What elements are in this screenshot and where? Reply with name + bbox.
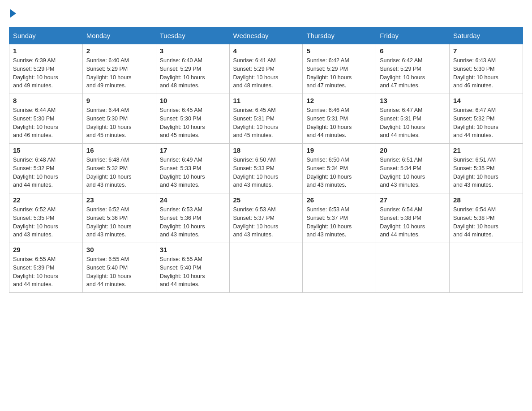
calendar-cell: 13 Sunrise: 6:47 AM Sunset: 5:31 PM Dayl… (376, 94, 450, 144)
day-info: Sunrise: 6:40 AM Sunset: 5:29 PM Dayligh… (160, 56, 226, 90)
day-number: 31 (160, 246, 226, 253)
calendar-cell (450, 243, 523, 293)
day-info: Sunrise: 6:48 AM Sunset: 5:32 PM Dayligh… (13, 156, 79, 189)
calendar-cell: 3 Sunrise: 6:40 AM Sunset: 5:29 PM Dayli… (156, 44, 229, 94)
day-info: Sunrise: 6:50 AM Sunset: 5:34 PM Dayligh… (306, 156, 372, 189)
day-number: 7 (453, 47, 519, 55)
col-header-saturday: Saturday (450, 27, 523, 44)
calendar-cell: 21 Sunrise: 6:51 AM Sunset: 5:35 PM Dayl… (450, 144, 523, 193)
day-info: Sunrise: 6:52 AM Sunset: 5:35 PM Dayligh… (13, 206, 79, 239)
calendar-cell: 4 Sunrise: 6:41 AM Sunset: 5:29 PM Dayli… (229, 44, 303, 94)
day-info: Sunrise: 6:44 AM Sunset: 5:30 PM Dayligh… (86, 106, 152, 140)
day-number: 11 (233, 97, 299, 104)
col-header-tuesday: Tuesday (156, 27, 229, 44)
day-number: 25 (233, 196, 299, 204)
day-number: 20 (380, 146, 446, 154)
calendar-cell: 22 Sunrise: 6:52 AM Sunset: 5:35 PM Dayl… (9, 193, 83, 243)
day-number: 9 (86, 97, 152, 104)
calendar-cell: 27 Sunrise: 6:54 AM Sunset: 5:38 PM Dayl… (376, 193, 450, 243)
day-info: Sunrise: 6:47 AM Sunset: 5:32 PM Dayligh… (453, 106, 519, 140)
calendar-week-row: 1 Sunrise: 6:39 AM Sunset: 5:29 PM Dayli… (9, 44, 523, 94)
day-info: Sunrise: 6:53 AM Sunset: 5:36 PM Dayligh… (160, 206, 226, 239)
calendar-cell: 6 Sunrise: 6:42 AM Sunset: 5:29 PM Dayli… (376, 44, 450, 94)
day-info: Sunrise: 6:52 AM Sunset: 5:36 PM Dayligh… (86, 206, 152, 239)
day-number: 17 (160, 146, 226, 154)
day-info: Sunrise: 6:41 AM Sunset: 5:29 PM Dayligh… (233, 56, 299, 90)
day-info: Sunrise: 6:55 AM Sunset: 5:40 PM Dayligh… (86, 255, 152, 289)
day-number: 24 (160, 196, 226, 204)
day-number: 19 (306, 146, 372, 154)
calendar-cell: 19 Sunrise: 6:50 AM Sunset: 5:34 PM Dayl… (303, 144, 376, 193)
day-number: 22 (13, 196, 79, 204)
day-info: Sunrise: 6:46 AM Sunset: 5:31 PM Dayligh… (306, 106, 372, 140)
calendar-cell: 1 Sunrise: 6:39 AM Sunset: 5:29 PM Dayli… (9, 44, 83, 94)
calendar-cell: 25 Sunrise: 6:53 AM Sunset: 5:37 PM Dayl… (229, 193, 303, 243)
calendar-cell (376, 243, 450, 293)
col-header-sunday: Sunday (9, 27, 83, 44)
calendar-week-row: 29 Sunrise: 6:55 AM Sunset: 5:39 PM Dayl… (9, 243, 523, 293)
day-number: 3 (160, 47, 226, 55)
col-header-wednesday: Wednesday (229, 27, 303, 44)
logo-arrow-icon (10, 9, 16, 18)
day-number: 1 (13, 47, 79, 55)
day-info: Sunrise: 6:54 AM Sunset: 5:38 PM Dayligh… (380, 206, 446, 239)
day-number: 27 (380, 196, 446, 204)
calendar-week-row: 22 Sunrise: 6:52 AM Sunset: 5:35 PM Dayl… (9, 193, 523, 243)
day-number: 18 (233, 146, 299, 154)
calendar-cell (303, 243, 376, 293)
calendar-cell: 20 Sunrise: 6:51 AM Sunset: 5:34 PM Dayl… (376, 144, 450, 193)
col-header-thursday: Thursday (303, 27, 376, 44)
calendar-cell: 17 Sunrise: 6:49 AM Sunset: 5:33 PM Dayl… (156, 144, 229, 193)
day-number: 21 (453, 146, 519, 154)
calendar-header-row: SundayMondayTuesdayWednesdayThursdayFrid… (9, 27, 523, 44)
day-number: 5 (306, 47, 372, 55)
day-info: Sunrise: 6:43 AM Sunset: 5:30 PM Dayligh… (453, 56, 519, 90)
calendar-cell: 31 Sunrise: 6:55 AM Sunset: 5:40 PM Dayl… (156, 243, 229, 293)
day-number: 28 (453, 196, 519, 204)
day-number: 6 (380, 47, 446, 55)
day-info: Sunrise: 6:53 AM Sunset: 5:37 PM Dayligh… (306, 206, 372, 239)
day-info: Sunrise: 6:55 AM Sunset: 5:39 PM Dayligh… (13, 255, 79, 289)
calendar-cell: 15 Sunrise: 6:48 AM Sunset: 5:32 PM Dayl… (9, 144, 83, 193)
day-info: Sunrise: 6:48 AM Sunset: 5:32 PM Dayligh… (86, 156, 152, 189)
day-info: Sunrise: 6:44 AM Sunset: 5:30 PM Dayligh… (13, 106, 79, 140)
calendar-cell: 2 Sunrise: 6:40 AM Sunset: 5:29 PM Dayli… (82, 44, 156, 94)
calendar-cell: 5 Sunrise: 6:42 AM Sunset: 5:29 PM Dayli… (303, 44, 376, 94)
day-number: 4 (233, 47, 299, 55)
calendar-table: SundayMondayTuesdayWednesdayThursdayFrid… (9, 27, 523, 293)
calendar-cell: 7 Sunrise: 6:43 AM Sunset: 5:30 PM Dayli… (450, 44, 523, 94)
day-number: 15 (13, 146, 79, 154)
calendar-week-row: 15 Sunrise: 6:48 AM Sunset: 5:32 PM Dayl… (9, 144, 523, 193)
day-info: Sunrise: 6:40 AM Sunset: 5:29 PM Dayligh… (86, 56, 152, 90)
day-info: Sunrise: 6:51 AM Sunset: 5:34 PM Dayligh… (380, 156, 446, 189)
calendar-cell: 23 Sunrise: 6:52 AM Sunset: 5:36 PM Dayl… (82, 193, 156, 243)
day-info: Sunrise: 6:45 AM Sunset: 5:31 PM Dayligh… (233, 106, 299, 140)
page-header (9, 9, 523, 18)
calendar-cell: 28 Sunrise: 6:54 AM Sunset: 5:38 PM Dayl… (450, 193, 523, 243)
day-number: 13 (380, 97, 446, 104)
calendar-cell: 24 Sunrise: 6:53 AM Sunset: 5:36 PM Dayl… (156, 193, 229, 243)
day-number: 10 (160, 97, 226, 104)
calendar-cell: 26 Sunrise: 6:53 AM Sunset: 5:37 PM Dayl… (303, 193, 376, 243)
day-info: Sunrise: 6:45 AM Sunset: 5:30 PM Dayligh… (160, 106, 226, 140)
day-info: Sunrise: 6:53 AM Sunset: 5:37 PM Dayligh… (233, 206, 299, 239)
calendar-cell: 16 Sunrise: 6:48 AM Sunset: 5:32 PM Dayl… (82, 144, 156, 193)
day-number: 12 (306, 97, 372, 104)
calendar-cell: 10 Sunrise: 6:45 AM Sunset: 5:30 PM Dayl… (156, 94, 229, 144)
day-info: Sunrise: 6:54 AM Sunset: 5:38 PM Dayligh… (453, 206, 519, 239)
day-info: Sunrise: 6:51 AM Sunset: 5:35 PM Dayligh… (453, 156, 519, 189)
calendar-cell: 30 Sunrise: 6:55 AM Sunset: 5:40 PM Dayl… (82, 243, 156, 293)
day-info: Sunrise: 6:50 AM Sunset: 5:33 PM Dayligh… (233, 156, 299, 189)
logo-text (9, 9, 17, 18)
calendar-cell: 12 Sunrise: 6:46 AM Sunset: 5:31 PM Dayl… (303, 94, 376, 144)
calendar-cell: 8 Sunrise: 6:44 AM Sunset: 5:30 PM Dayli… (9, 94, 83, 144)
day-info: Sunrise: 6:42 AM Sunset: 5:29 PM Dayligh… (380, 56, 446, 90)
calendar-cell: 18 Sunrise: 6:50 AM Sunset: 5:33 PM Dayl… (229, 144, 303, 193)
day-number: 29 (13, 246, 79, 253)
calendar-cell: 9 Sunrise: 6:44 AM Sunset: 5:30 PM Dayli… (82, 94, 156, 144)
day-number: 8 (13, 97, 79, 104)
logo (9, 9, 17, 18)
day-number: 23 (86, 196, 152, 204)
day-number: 2 (86, 47, 152, 55)
col-header-friday: Friday (376, 27, 450, 44)
